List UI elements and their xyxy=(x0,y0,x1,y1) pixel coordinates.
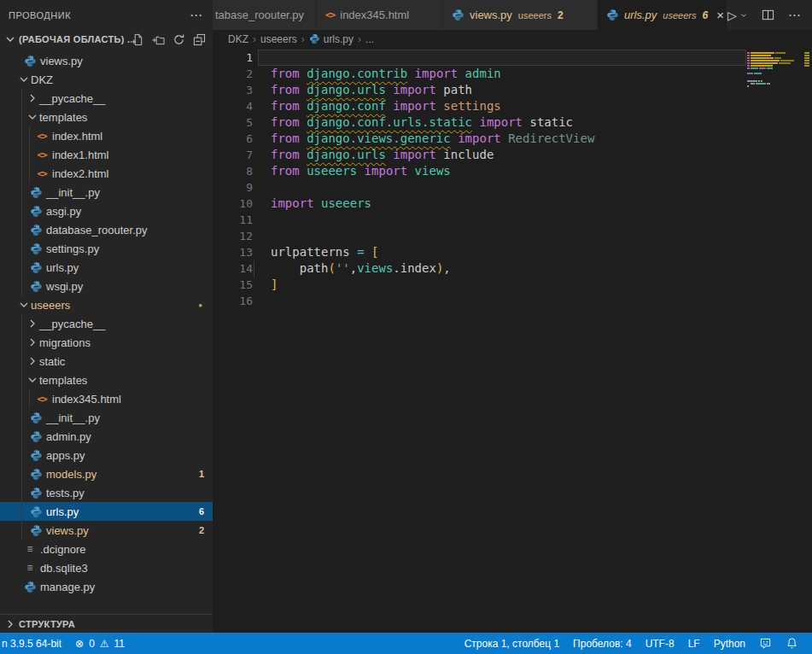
notifications-bell-icon[interactable] xyxy=(779,633,805,654)
tree-item-index.html[interactable]: <>index.html xyxy=(0,126,213,145)
tree-item-db.sqlite3[interactable]: ≡db.sqlite3 xyxy=(0,558,213,577)
workspace-section-header[interactable]: (РАБОЧАЯ ОБЛАСТЬ) ... xyxy=(0,30,213,49)
chevron-right-icon[interactable] xyxy=(26,317,39,330)
tree-item-migrations[interactable]: migrations xyxy=(0,333,213,352)
split-editor-button[interactable] xyxy=(762,9,774,21)
breadcrumb-item-urls.py[interactable]: urls.py xyxy=(309,33,353,45)
outline-section-header[interactable]: СТРУКТУРА xyxy=(0,614,213,633)
indent-guide xyxy=(29,389,30,408)
tree-item-.dcignore[interactable]: ≡.dcignore xyxy=(0,540,213,558)
code-line-9[interactable]: 9 xyxy=(213,179,812,196)
minimap-line-mark xyxy=(747,62,750,64)
minimap-line-mark xyxy=(756,83,766,85)
close-icon[interactable]: × xyxy=(716,9,724,21)
tree-item-database_roouter.py[interactable]: database_roouter.py xyxy=(0,220,213,239)
code-line-4[interactable]: 4from django.conf import settings xyxy=(213,98,812,114)
explorer-sidebar: ПРОВОДНИК ⋯ (РАБОЧАЯ ОБЛАСТЬ) ... views.… xyxy=(0,0,213,633)
code-line-13[interactable]: 13urlpatterns = [ xyxy=(213,244,812,260)
tree-item-label: index345.html xyxy=(52,393,121,406)
tree-item-index345.html[interactable]: <>index345.html xyxy=(0,389,213,408)
status-eol[interactable]: LF xyxy=(681,633,707,654)
run-dropdown-icon[interactable] xyxy=(739,11,748,20)
chevron-down-icon[interactable] xyxy=(26,373,39,387)
more-actions-button[interactable]: ⋯ xyxy=(788,8,801,23)
feedback-smiley-icon[interactable] xyxy=(752,633,779,654)
tab-views.py[interactable]: views.pyuseeers2 xyxy=(443,0,598,30)
line-content: from django.conf import settings xyxy=(253,98,501,114)
python-interpreter-status[interactable]: n 3.9.5 64-bit xyxy=(0,633,68,654)
chevron-right-icon[interactable] xyxy=(26,336,39,349)
breadcrumb-item-...[interactable]: ... xyxy=(365,33,374,45)
tree-item-index1.html[interactable]: <>index1.html xyxy=(0,145,213,164)
code-line-15[interactable]: 15] xyxy=(213,277,812,293)
chevron-right-icon[interactable] xyxy=(26,91,39,105)
minimap[interactable] xyxy=(747,50,802,152)
new-folder-icon[interactable] xyxy=(152,33,165,46)
status-encoding[interactable]: UTF-8 xyxy=(639,633,681,654)
tree-item-index2.html[interactable]: <>index2.html xyxy=(0,164,213,183)
problems-status[interactable]: ⊗ 0 ⚠ 11 xyxy=(68,633,131,654)
chevron-down-icon[interactable] xyxy=(17,73,31,86)
tab-tabase_roouter.py[interactable]: tabase_roouter.py xyxy=(213,0,317,30)
tree-item-label: templates xyxy=(39,374,87,387)
python-icon xyxy=(606,9,619,21)
ruler-warning-mark xyxy=(804,55,809,56)
tree-item-views.py[interactable]: views.py xyxy=(0,51,213,70)
code-line-5[interactable]: 5from django.conf.urls.static import sta… xyxy=(213,114,812,131)
code-line-7[interactable]: 7from django.urls import include xyxy=(213,147,812,163)
tab-urls.py[interactable]: urls.pyuseeers6× xyxy=(598,0,727,30)
code-line-16[interactable]: 16 xyxy=(213,293,812,309)
tree-item-DKZ[interactable]: DKZ xyxy=(0,70,213,89)
code-line-3[interactable]: 3from django.urls import path xyxy=(213,82,812,98)
status-cursor-position[interactable]: Строка 1, столбец 1 xyxy=(458,633,566,654)
chevron-down-icon[interactable] xyxy=(26,110,39,124)
tree-item-apps.py[interactable]: apps.py xyxy=(0,446,213,464)
python-version-label: n 3.9.5 64-bit xyxy=(2,638,61,650)
code-line-6[interactable]: 6from django.views.generic import Redire… xyxy=(213,131,812,147)
code-editor[interactable]: 12from django.contrib import admin3from … xyxy=(213,48,812,633)
code-line-8[interactable]: 8from useeers import views xyxy=(213,163,812,179)
tree-item-views.py[interactable]: views.py2 xyxy=(0,521,213,540)
tree-item-templates[interactable]: templates xyxy=(0,108,213,126)
chevron-right-icon[interactable] xyxy=(26,354,39,368)
tree-item-urls.py[interactable]: urls.py6 xyxy=(0,502,213,521)
tree-item-models.py[interactable]: models.py1 xyxy=(0,464,213,483)
tree-item-label: index.html xyxy=(52,130,102,143)
code-line-1[interactable]: 1 xyxy=(213,50,812,66)
status-indentation[interactable]: Пробелов: 4 xyxy=(566,633,639,654)
collapse-all-icon[interactable] xyxy=(193,33,206,46)
chevron-down-icon[interactable] xyxy=(17,298,31,312)
breadcrumb-item-useeers[interactable]: useeers xyxy=(260,33,297,45)
tree-item-__init__.py[interactable]: __init__.py xyxy=(0,408,213,427)
tree-item-asgi.py[interactable]: asgi.py xyxy=(0,201,213,220)
code-line-2[interactable]: 2from django.contrib import admin xyxy=(213,66,812,82)
line-number: 15 xyxy=(213,277,253,293)
tree-item-admin.py[interactable]: admin.py xyxy=(0,427,213,446)
run-python-file-button[interactable]: ▷ xyxy=(727,9,748,22)
breadcrumb-item-DKZ[interactable]: DKZ xyxy=(228,33,248,45)
tree-item-urls.py[interactable]: urls.py xyxy=(0,258,213,277)
tree-item-__pycache__[interactable]: __pycache__ xyxy=(0,314,213,333)
refresh-icon[interactable] xyxy=(172,33,185,46)
tab-index345.html[interactable]: <>index345.html xyxy=(317,0,443,30)
code-token: import xyxy=(407,67,464,80)
tree-item-__init__.py[interactable]: __init__.py xyxy=(0,183,213,201)
status-language[interactable]: Python xyxy=(707,633,752,654)
tree-item-templates[interactable]: templates xyxy=(0,371,213,389)
tree-item-static[interactable]: static xyxy=(0,352,213,371)
tree-item-tests.py[interactable]: tests.py xyxy=(0,483,213,502)
tree-item-manage.py[interactable]: manage.py xyxy=(0,577,213,596)
tree-item-settings.py[interactable]: settings.py xyxy=(0,239,213,258)
tree-item-label: views.py xyxy=(40,55,83,67)
code-token: from xyxy=(271,131,307,145)
explorer-more-actions-icon[interactable]: ⋯ xyxy=(190,8,202,23)
code-line-10[interactable]: 10import useeers xyxy=(213,196,812,212)
code-line-11[interactable]: 11 xyxy=(213,212,812,228)
code-line-14[interactable]: 14 path('',views.index), xyxy=(213,260,812,277)
new-file-icon[interactable] xyxy=(131,33,144,46)
code-line-12[interactable]: 12 xyxy=(213,228,812,244)
tree-item-useeers[interactable]: useeers● xyxy=(0,295,213,314)
html-icon: <> xyxy=(325,9,335,20)
tree-item-__pycache__[interactable]: __pycache__ xyxy=(0,89,213,108)
tree-item-wsgi.py[interactable]: wsgi.py xyxy=(0,277,213,295)
